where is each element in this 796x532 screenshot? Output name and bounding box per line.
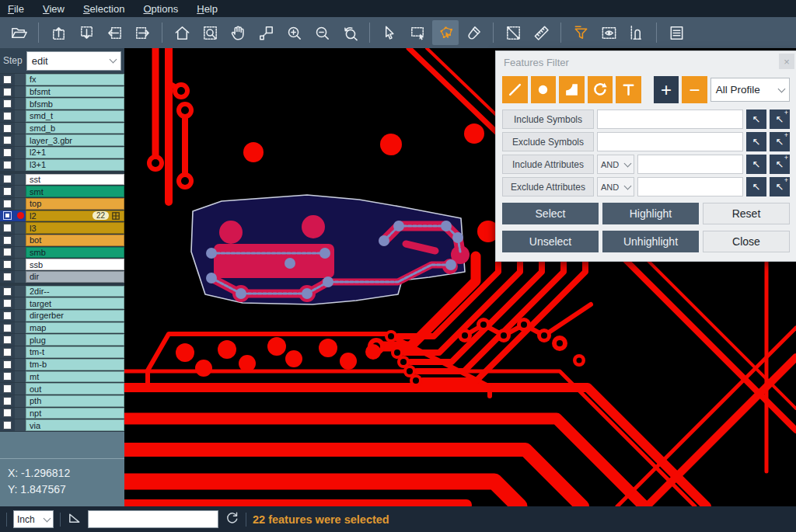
layer-checkbox[interactable] — [3, 384, 12, 393]
layer-visibility-cell[interactable] — [0, 383, 15, 395]
home-view-button[interactable] — [169, 20, 195, 45]
layer-checkbox[interactable] — [3, 324, 12, 332]
layer-checkbox[interactable] — [3, 236, 12, 245]
pointer-select-button[interactable] — [376, 20, 403, 45]
layer-name-cell[interactable]: bfsmt — [26, 86, 124, 98]
layer-row-smt[interactable]: smt — [0, 186, 124, 197]
layer-active-cell[interactable] — [15, 147, 26, 158]
layer-visibility-cell[interactable] — [0, 408, 15, 419]
layer-visibility-cell[interactable] — [0, 359, 15, 370]
units-select[interactable]: Inch — [13, 510, 54, 528]
menu-view[interactable]: View — [43, 3, 65, 15]
surface-feature-button[interactable] — [559, 76, 585, 103]
layer-name-cell[interactable]: smd_b — [26, 123, 124, 134]
layer-name-cell[interactable]: dirgerber — [26, 310, 124, 322]
layer-active-cell[interactable] — [15, 271, 26, 283]
layer-visibility-cell[interactable] — [0, 346, 15, 358]
layer-active-cell[interactable] — [15, 74, 26, 85]
layer-name-cell[interactable]: out — [26, 383, 124, 395]
layer-active-cell[interactable] — [15, 383, 26, 395]
include-symbols-button[interactable]: Include Symbols — [502, 110, 594, 129]
layer-active-cell[interactable] — [15, 123, 26, 134]
layer-row-pth[interactable]: pth — [0, 395, 124, 407]
layer-active-cell[interactable] — [15, 419, 26, 431]
exclude-symbols-button[interactable]: Exclude Symbols — [502, 132, 594, 151]
layer-checkbox[interactable] — [3, 287, 12, 296]
layer-checkbox[interactable] — [3, 124, 12, 133]
layer-checkbox[interactable] — [3, 311, 12, 320]
layer-visibility-cell[interactable] — [0, 110, 15, 122]
pick-add-attribute-button[interactable]: ↖+ — [770, 155, 790, 174]
exclude-attributes-button[interactable]: Exclude Attributes — [502, 177, 594, 196]
close-icon[interactable]: × — [779, 54, 794, 69]
layer-row-out[interactable]: out — [0, 383, 124, 395]
refresh-icon[interactable] — [225, 510, 239, 528]
rectangle-select-button[interactable] — [404, 20, 431, 45]
layer-checkbox[interactable] — [3, 136, 12, 144]
layer-active-cell[interactable] — [15, 86, 26, 98]
pick-attribute-button[interactable]: ↖ — [746, 177, 766, 196]
pick-symbol-button[interactable]: ↖ — [746, 110, 766, 129]
close-button[interactable]: Close — [703, 231, 790, 252]
pick-add-symbol-button[interactable]: ↖+ — [770, 110, 790, 129]
layer-visibility-cell[interactable] — [0, 322, 15, 334]
layer-visibility-cell[interactable] — [0, 235, 15, 246]
layer-active-cell[interactable] — [15, 286, 26, 297]
layer-name-cell[interactable]: l3+1 — [26, 159, 124, 171]
layer-active-cell[interactable] — [15, 210, 26, 222]
ruler-button[interactable] — [528, 20, 554, 45]
menu-help[interactable]: Help — [197, 3, 218, 15]
layer-checkbox[interactable] — [3, 360, 12, 369]
layer-checkbox[interactable] — [3, 148, 12, 157]
layer-row-dirgerber[interactable]: dirgerber — [0, 310, 124, 322]
layer-active-cell[interactable] — [15, 259, 26, 270]
layer-visibility-cell[interactable] — [0, 297, 15, 309]
zoom-previous-button[interactable] — [337, 20, 363, 45]
layer-active-cell[interactable] — [15, 186, 26, 197]
layer-name-cell[interactable]: l3 — [26, 222, 124, 234]
select-button[interactable]: Select — [502, 203, 599, 224]
layer-row-l2[interactable]: l222 — [0, 210, 124, 222]
layer-visibility-cell[interactable] — [0, 123, 15, 134]
layer-checkbox[interactable] — [3, 161, 12, 169]
layer-checkbox[interactable] — [3, 175, 12, 183]
layer-active-cell[interactable] — [15, 334, 26, 346]
layer-row-l3[interactable]: l3 — [0, 222, 124, 234]
layer-name-cell[interactable]: tm-t — [26, 346, 124, 358]
layer-row-bfsmt[interactable]: bfsmt — [0, 86, 124, 98]
menu-selection[interactable]: Selection — [83, 3, 124, 15]
layer-row-top[interactable]: top — [0, 198, 124, 210]
include-attributes-input[interactable] — [637, 155, 743, 174]
layer-active-cell[interactable] — [15, 222, 26, 234]
layer-checkbox[interactable] — [3, 248, 12, 256]
layer-row-l2+1[interactable]: l2+1 — [0, 147, 124, 158]
layer-name-cell[interactable]: top — [26, 198, 124, 210]
zoom-polygon-button[interactable] — [253, 20, 279, 45]
layer-checkbox[interactable] — [3, 409, 12, 417]
feature-properties-button[interactable] — [663, 20, 690, 45]
measure-line-button[interactable] — [500, 20, 526, 45]
layer-name-cell[interactable]: smb — [26, 247, 124, 259]
layer-row-smd_t[interactable]: smd_t — [0, 110, 124, 122]
polygon-select-button[interactable] — [432, 20, 459, 45]
layer-checkbox[interactable] — [3, 99, 12, 108]
layer-display-button[interactable] — [595, 20, 622, 45]
send-right-button[interactable] — [129, 20, 155, 45]
pan-hand-button[interactable] — [225, 20, 251, 45]
pick-symbol-button[interactable]: ↖ — [746, 132, 766, 151]
layer-visibility-cell[interactable] — [0, 159, 15, 171]
layer-active-cell[interactable] — [15, 159, 26, 171]
layer-name-cell[interactable]: target — [26, 297, 124, 309]
layer-active-cell[interactable] — [15, 247, 26, 259]
layer-name-cell[interactable]: tm-b — [26, 359, 124, 370]
open-file-button[interactable] — [5, 20, 32, 45]
pick-attribute-button[interactable]: ↖ — [746, 155, 766, 174]
menu-file[interactable]: File — [8, 3, 24, 15]
layer-active-cell[interactable] — [15, 359, 26, 370]
layer-name-cell[interactable]: mt — [26, 371, 124, 383]
layer-visibility-cell[interactable] — [0, 395, 15, 407]
layer-visibility-cell[interactable] — [0, 98, 15, 110]
layer-row-tm-b[interactable]: tm-b — [0, 359, 124, 370]
layer-active-cell[interactable] — [15, 110, 26, 122]
layer-row-map[interactable]: map — [0, 322, 124, 334]
